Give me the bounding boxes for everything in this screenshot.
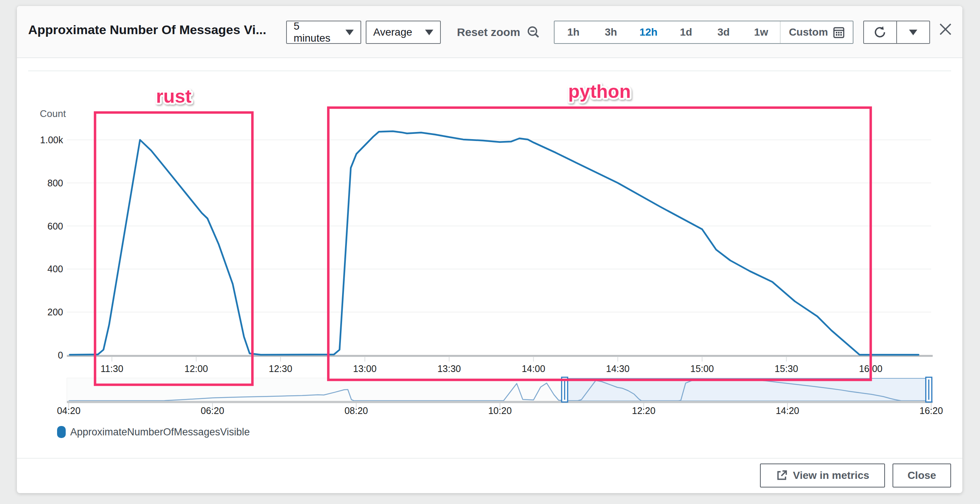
y-tick-label: 0	[58, 350, 63, 360]
x-tick-label: 15:00	[690, 363, 714, 374]
x-tick-label: 14:00	[522, 363, 545, 374]
y-tick-label: 400	[47, 264, 63, 274]
brush-tick-label: 16:20	[920, 406, 943, 416]
x-tick-label: 14:30	[606, 363, 630, 374]
y-tick-label: 200	[47, 307, 63, 317]
brush-selection[interactable]	[565, 378, 929, 401]
y-tick-label: 800	[47, 178, 63, 188]
legend-item[interactable]: ApproximateNumberOfMessagesVisible	[57, 426, 250, 438]
x-tick-label: 11:30	[101, 363, 124, 374]
brush-tick-label: 10:20	[488, 406, 512, 416]
brush-tick-label: 06:20	[201, 406, 224, 416]
close-button[interactable]: Close	[892, 463, 951, 488]
x-tick-label: 12:30	[269, 363, 293, 374]
divider	[17, 458, 963, 459]
legend-swatch	[57, 426, 66, 438]
annotation-label-rust: rust	[156, 86, 191, 107]
brush-tick-label: 12:20	[632, 406, 655, 416]
brush-tick-label: 08:20	[344, 406, 368, 416]
chart-plot-area[interactable]	[67, 109, 933, 356]
x-tick-label: 15:30	[775, 363, 798, 374]
annotation-label-python: python	[568, 81, 631, 102]
view-in-metrics-button[interactable]: View in metrics	[760, 463, 885, 488]
y-tick-label: 1.00k	[40, 135, 64, 145]
close-button-label: Close	[908, 469, 936, 482]
external-link-icon	[776, 469, 788, 482]
x-tick-label: 13:30	[438, 363, 461, 374]
legend-label: ApproximateNumberOfMessagesVisible	[70, 426, 250, 438]
brush-tick-label: 04:20	[57, 406, 81, 416]
x-tick-label: 13:00	[353, 363, 377, 374]
x-tick-label: 12:00	[185, 363, 208, 374]
view-in-metrics-label: View in metrics	[793, 469, 869, 482]
y-tick-label: 600	[47, 221, 63, 231]
brush-tick-label: 14:20	[776, 406, 799, 416]
